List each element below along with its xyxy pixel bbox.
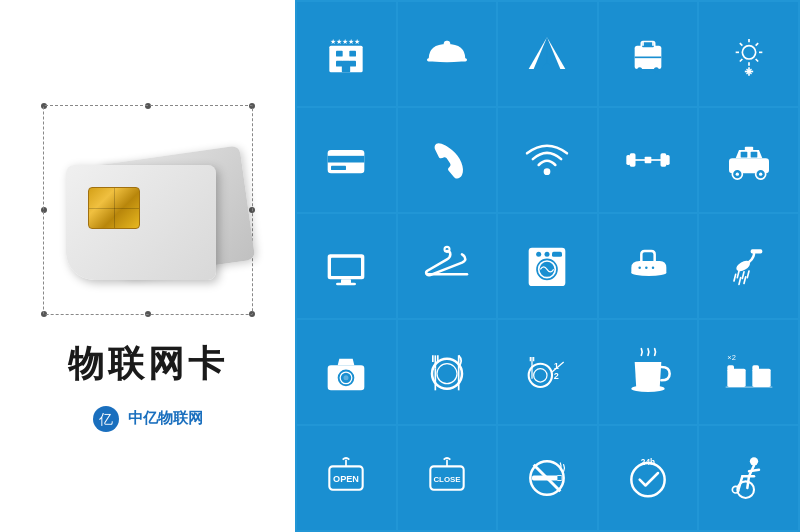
24h-icon: 24h <box>623 453 673 503</box>
svg-rect-82 <box>356 367 361 371</box>
svg-line-76 <box>739 278 741 285</box>
sim-card-image <box>38 100 258 320</box>
svg-rect-55 <box>331 258 361 276</box>
no-smoking-icon <box>522 453 572 503</box>
brand-logo-icon: 亿 <box>92 405 120 433</box>
tv-icon <box>321 241 371 291</box>
svg-point-64 <box>545 252 550 257</box>
close-sign-icon-cell[interactable]: CLOSE <box>398 426 497 530</box>
phone-icon-cell[interactable] <box>398 108 497 212</box>
hanger-icon <box>422 241 472 291</box>
svg-point-99 <box>631 385 664 392</box>
svg-rect-70 <box>750 249 762 253</box>
svg-point-81 <box>344 375 349 380</box>
svg-point-52 <box>759 173 762 176</box>
left-panel: 物联网卡 亿 中亿物联网 <box>0 0 295 532</box>
svg-rect-47 <box>740 152 747 158</box>
svg-point-59 <box>444 247 449 252</box>
washing-machine-icon-cell[interactable] <box>498 214 597 318</box>
svg-point-68 <box>645 266 648 269</box>
handle-ml <box>41 207 47 213</box>
svg-text:亿: 亿 <box>98 412 113 427</box>
luggage-icon <box>623 29 673 79</box>
half-board-icon-cell[interactable]: 1 2 <box>498 320 597 424</box>
credit-card-icon <box>321 135 371 185</box>
svg-rect-103 <box>752 369 770 387</box>
svg-line-28 <box>740 43 743 45</box>
brand-row: 亿 中亿物联网 <box>92 405 203 433</box>
svg-rect-53 <box>745 147 753 151</box>
camping-icon-cell[interactable] <box>498 2 597 106</box>
svg-text:CLOSE: CLOSE <box>433 475 460 484</box>
open-sign-icon: OPEN <box>321 453 371 503</box>
wifi-icon <box>522 135 572 185</box>
luggage-icon-cell[interactable] <box>599 2 698 106</box>
accessible-icon-cell[interactable] <box>699 426 798 530</box>
room-service-icon <box>422 29 472 79</box>
svg-rect-44 <box>626 155 630 165</box>
svg-text:2: 2 <box>554 371 559 381</box>
svg-rect-48 <box>750 152 757 158</box>
coffee-icon-cell[interactable] <box>599 320 698 424</box>
handle-bl <box>41 311 47 317</box>
sim-card-front <box>66 165 216 280</box>
weather-icon-cell[interactable] <box>699 2 798 106</box>
svg-rect-10 <box>427 58 467 61</box>
handle-bm <box>145 311 151 317</box>
hotel-icon-cell[interactable]: ★★★★★ <box>297 2 396 106</box>
svg-point-63 <box>537 252 542 257</box>
washing-machine-icon <box>522 241 572 291</box>
accessible-icon <box>724 453 774 503</box>
svg-rect-57 <box>336 283 356 286</box>
svg-rect-101 <box>727 369 745 387</box>
camera-icon <box>321 347 371 397</box>
svg-point-19 <box>637 67 642 72</box>
handle-tl <box>41 103 47 109</box>
svg-rect-42 <box>630 153 636 166</box>
phone-icon <box>422 135 472 185</box>
taxi-icon <box>724 135 774 185</box>
tv-icon-cell[interactable] <box>297 214 396 318</box>
icon-grid: ★★★★★ <box>295 0 800 532</box>
svg-line-72 <box>737 271 739 278</box>
restaurant-icon-cell[interactable] <box>398 320 497 424</box>
handle-mr <box>249 207 255 213</box>
svg-rect-3 <box>336 51 343 57</box>
iron-icon-cell[interactable] <box>599 214 698 318</box>
gym-icon-cell[interactable] <box>599 108 698 212</box>
hotel-icon: ★★★★★ <box>321 29 371 79</box>
no-smoking-icon-cell[interactable] <box>498 426 597 530</box>
twin-bed-icon: ×2 <box>724 347 774 397</box>
svg-point-20 <box>654 67 659 72</box>
svg-rect-114 <box>557 476 562 481</box>
camera-icon-cell[interactable] <box>297 320 396 424</box>
svg-text:24h: 24h <box>641 457 655 467</box>
wifi-icon-cell[interactable] <box>498 108 597 212</box>
gym-icon <box>623 135 673 185</box>
svg-point-51 <box>735 173 738 176</box>
svg-line-75 <box>734 274 736 281</box>
svg-rect-12 <box>445 41 448 46</box>
svg-text:OPEN: OPEN <box>333 474 359 484</box>
svg-rect-7 <box>342 61 350 73</box>
credit-card-icon-cell[interactable] <box>297 108 396 212</box>
svg-rect-45 <box>666 155 670 165</box>
svg-point-66 <box>631 269 666 276</box>
svg-point-116 <box>631 463 664 496</box>
24h-icon-cell[interactable]: 24h <box>599 426 698 530</box>
twin-bed-icon-cell[interactable]: ×2 <box>699 320 798 424</box>
svg-rect-102 <box>727 365 734 370</box>
svg-line-77 <box>744 277 746 284</box>
brand-name: 中亿物联网 <box>128 409 203 428</box>
hanger-icon-cell[interactable] <box>398 214 497 318</box>
room-service-icon-cell[interactable] <box>398 2 497 106</box>
svg-point-67 <box>639 266 642 269</box>
open-sign-icon-cell[interactable]: OPEN <box>297 426 396 530</box>
svg-line-29 <box>755 59 758 62</box>
handle-br <box>249 311 255 317</box>
svg-rect-37 <box>328 156 365 163</box>
shower-icon-cell[interactable] <box>699 214 798 318</box>
svg-rect-43 <box>661 153 667 166</box>
taxi-icon-cell[interactable] <box>699 108 798 212</box>
handle-tm <box>145 103 151 109</box>
